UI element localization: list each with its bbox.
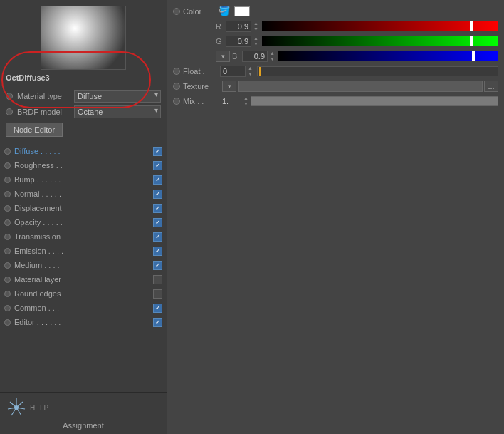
mix-dot: [173, 98, 180, 105]
g-slider-thumb[interactable]: [470, 36, 473, 46]
node-editor-button[interactable]: Node Editor: [6, 123, 63, 137]
b-input[interactable]: [242, 51, 268, 62]
channel-item: Opacity . . . . .: [0, 215, 167, 229]
r-row: R ▲ ▼: [173, 21, 498, 32]
channel-checkbox[interactable]: [153, 218, 162, 227]
material-type-label: Material type: [17, 92, 74, 100]
mix-bar: [251, 96, 498, 106]
r-slider-thumb[interactable]: [470, 21, 473, 31]
node-editor-row: Node Editor: [0, 120, 167, 140]
right-panel: Color 🪣 R ▲ ▼ G ▲ ▼: [167, 0, 504, 434]
channel-name: Displacement: [14, 204, 153, 212]
svg-point-7: [14, 405, 19, 410]
g-up-arrow[interactable]: ▲: [253, 36, 258, 41]
brdf-model-dot: [6, 108, 13, 115]
float-up-arrow[interactable]: ▲: [248, 66, 253, 71]
channel-dot: [4, 148, 11, 155]
channel-checkbox[interactable]: [153, 289, 162, 299]
b-down-arrow[interactable]: ▼: [270, 56, 275, 62]
b-slider[interactable]: [278, 51, 498, 62]
float-input[interactable]: [220, 66, 246, 77]
channel-checkbox[interactable]: [153, 175, 162, 185]
texture-dropdown-icon: ▾: [228, 83, 231, 90]
channel-checkbox[interactable]: [153, 190, 162, 199]
channel-item: Transmission: [0, 229, 167, 244]
brdf-model-label: BRDF model: [17, 108, 74, 116]
texture-more-button[interactable]: ...: [484, 81, 498, 92]
r-slider-track: [262, 21, 498, 31]
color-mode-dropdown[interactable]: ▾: [216, 51, 230, 62]
float-indicator: [259, 67, 261, 76]
color-swatch[interactable]: [234, 6, 250, 16]
channel-name: Diffuse . . . . .: [14, 147, 153, 155]
b-slider-thumb[interactable]: [472, 51, 475, 61]
b-row: ▾ B ▲ ▼: [173, 51, 498, 62]
r-slider[interactable]: [262, 21, 498, 32]
paint-icon: 🪣: [219, 6, 230, 16]
g-input[interactable]: [226, 36, 251, 47]
g-down-arrow[interactable]: ▼: [253, 41, 258, 47]
r-input[interactable]: [226, 21, 251, 32]
channel-item: Medium . . . .: [0, 258, 167, 272]
r-label: R: [216, 22, 224, 31]
channel-name: Material layer: [14, 275, 153, 284]
channel-checkbox[interactable]: [153, 261, 162, 270]
mix-up-arrow[interactable]: ▲: [243, 95, 248, 101]
texture-dot: [173, 83, 180, 90]
b-up-arrow[interactable]: ▲: [270, 51, 275, 56]
color-label: Color: [183, 7, 219, 16]
channel-checkbox[interactable]: [153, 275, 162, 284]
r-arrows[interactable]: ▲ ▼: [253, 21, 258, 32]
channel-item: Displacement: [0, 201, 167, 215]
mix-value: 1.: [222, 97, 243, 105]
channel-name: Round edges: [14, 289, 153, 298]
r-down-arrow[interactable]: ▼: [253, 26, 258, 32]
brdf-model-select-wrapper[interactable]: Octane GGX Beckmann: [74, 105, 161, 118]
float-arrows[interactable]: ▲ ▼: [248, 66, 253, 77]
material-name: OctDiffuse3: [0, 70, 167, 86]
mix-label: Mix . .: [183, 97, 222, 105]
channel-dot: [4, 205, 11, 212]
channel-checkbox[interactable]: [153, 247, 162, 256]
texture-field[interactable]: [238, 81, 483, 92]
channel-checkbox[interactable]: [153, 204, 162, 213]
material-preview: [41, 6, 126, 70]
texture-label: Texture: [183, 82, 222, 91]
g-row: G ▲ ▼: [173, 36, 498, 47]
channel-checkbox[interactable]: [153, 232, 162, 242]
brdf-model-row: BRDF model Octane GGX Beckmann: [0, 104, 167, 120]
g-arrows[interactable]: ▲ ▼: [253, 36, 258, 47]
channel-dot: [4, 319, 11, 326]
help-section: HELP Assignment: [0, 392, 167, 434]
mix-down-arrow[interactable]: ▼: [243, 101, 248, 107]
channel-item: Emission . . . .: [0, 244, 167, 258]
props-section: Material type Diffuse Glossy Specular BR…: [0, 86, 167, 143]
channel-checkbox[interactable]: [153, 161, 162, 170]
brdf-model-select[interactable]: Octane GGX Beckmann: [74, 105, 161, 118]
channel-checkbox[interactable]: [153, 147, 162, 156]
r-up-arrow[interactable]: ▲: [253, 21, 258, 26]
channel-item: Bump . . . . . .: [0, 172, 167, 187]
channel-dot: [4, 291, 11, 297]
b-arrows[interactable]: ▲ ▼: [270, 51, 275, 62]
channel-item: Common . . .: [0, 301, 167, 315]
channel-checkbox[interactable]: [153, 304, 162, 313]
channel-name: Medium . . . .: [14, 261, 153, 269]
assignment-label: Assignment: [6, 421, 161, 430]
float-label: Float .: [183, 67, 220, 76]
channel-dot: [4, 262, 11, 269]
channel-dot: [4, 177, 11, 183]
float-down-arrow[interactable]: ▼: [248, 71, 253, 77]
material-type-select[interactable]: Diffuse Glossy Specular: [74, 90, 161, 103]
channel-checkbox[interactable]: [153, 318, 162, 327]
channel-dot: [4, 234, 11, 240]
channel-item: Roughness . .: [0, 158, 167, 172]
channel-dot: [4, 277, 11, 283]
b-slider-track: [278, 51, 498, 61]
material-type-dot: [6, 93, 13, 100]
texture-dropdown[interactable]: ▾: [222, 81, 236, 92]
material-type-select-wrapper[interactable]: Diffuse Glossy Specular: [74, 90, 161, 103]
channel-item: Material layer: [0, 272, 167, 286]
g-slider[interactable]: [262, 36, 498, 47]
mix-arrows[interactable]: ▲ ▼: [243, 95, 248, 107]
